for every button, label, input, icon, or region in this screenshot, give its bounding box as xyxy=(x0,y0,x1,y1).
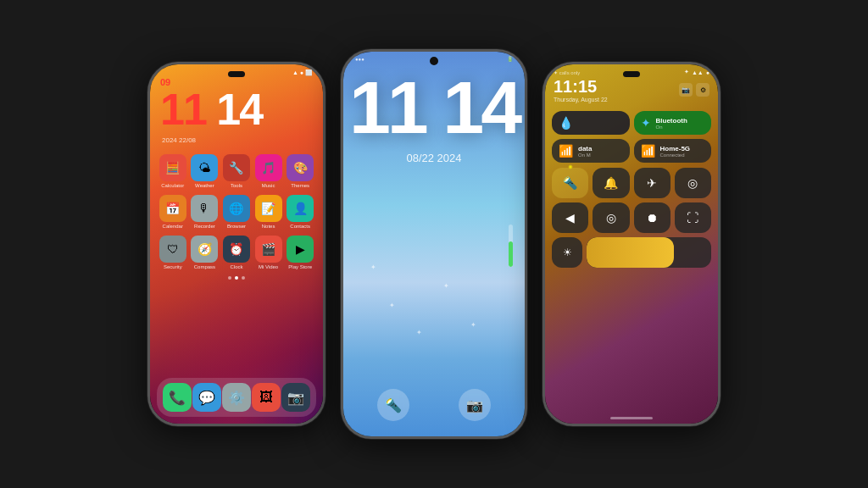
bluetooth-tile[interactable]: ✦ Bluetooth On xyxy=(634,111,712,135)
phone2-time: 11 14 xyxy=(343,70,525,145)
app-icon-weather[interactable]: 🌤 Weather xyxy=(191,154,220,188)
dot-3 xyxy=(242,276,245,280)
control-row-2: ◀ ◎ ⏺ ⛶ xyxy=(545,202,718,233)
record-control[interactable]: ⏺ xyxy=(634,202,670,233)
settings-mini-icon: ⚙ xyxy=(696,83,709,97)
sparkle-4: ✦ xyxy=(443,282,449,290)
battery-indicator xyxy=(509,225,513,267)
dock-icon-phone[interactable]: 📞 xyxy=(163,383,192,412)
bell-control[interactable]: 🔔 xyxy=(593,168,629,198)
airplane-control[interactable]: ✈ xyxy=(634,168,670,198)
phone1-minute: 14 xyxy=(216,85,262,134)
phone3-date: Thursday, August 22 xyxy=(554,97,608,103)
expand-control[interactable]: ⛶ xyxy=(675,202,711,233)
cellular-tile[interactable]: 📶 data On M xyxy=(552,139,630,163)
app-label: Security xyxy=(164,264,182,269)
focus-control[interactable]: ◎ xyxy=(593,202,629,233)
status-right: ✦ ▲▲ ● xyxy=(684,69,709,75)
dock-icon-settings[interactable]: ⚙️ xyxy=(222,383,251,412)
app-icon-compass[interactable]: 🧭 Compass xyxy=(191,236,220,269)
app-icon-img: 📝 xyxy=(255,195,282,222)
sparkle-1: ✦ xyxy=(370,263,376,271)
app-icon-mi-video[interactable]: 🎬 Mi Video xyxy=(254,236,283,269)
app-icon-browser[interactable]: 🌐 Browser xyxy=(222,195,251,229)
app-icon-img: 📅 xyxy=(159,195,186,222)
cellular-sub: On M xyxy=(578,152,623,158)
carrier-signal: ●●● xyxy=(355,57,364,62)
app-icon-calculator[interactable]: 🧮 Calculator xyxy=(159,154,187,188)
app-icon-img: 🎵 xyxy=(255,154,282,181)
phone2-clock: 11 14 xyxy=(343,62,525,145)
battery-status: 🔋 xyxy=(507,56,513,62)
signal-bars: ▲▲ xyxy=(692,69,704,75)
phone-3: ✦ calls only ✦ ▲▲ ● 11:15 Thursday, Augu… xyxy=(542,62,721,426)
app-icon-calendar[interactable]: 📅 Calendar xyxy=(159,195,187,229)
volume-slider[interactable] xyxy=(587,237,711,268)
app-icon-security[interactable]: 🛡 Security xyxy=(159,236,187,269)
app-icon-img: 👤 xyxy=(287,195,314,222)
app-label: Notes xyxy=(262,224,275,229)
app-icon-img: 🧭 xyxy=(191,236,218,263)
lock-hour: 11 xyxy=(349,65,426,149)
app-label: Clock xyxy=(230,264,242,269)
battery-bar xyxy=(509,225,513,267)
camera-button[interactable]: 📷 xyxy=(459,389,491,421)
phone1-background: ▲ ● ⬜ 09 11 14 2024 22/08 🧮 Calculator 🌤… xyxy=(150,64,323,424)
water-icon: 💧 xyxy=(559,116,573,130)
brightness-circle-control[interactable]: ◎ xyxy=(675,168,711,198)
phone1-hour: 11 xyxy=(160,85,206,134)
carrier-label: ✦ calls only xyxy=(554,69,580,75)
page-dots xyxy=(150,273,323,283)
app-grid: 🧮 Calculator 🌤 Weather 🔧 Tools 🎵 Music 🎨… xyxy=(150,151,323,273)
app-icon-themes[interactable]: 🎨 Themes xyxy=(286,154,314,188)
phone2-date: 08/22 2024 xyxy=(343,152,525,164)
app-icon-img: 🛡 xyxy=(159,236,186,263)
wifi-icon: 📶 xyxy=(641,144,655,158)
wifi-tile[interactable]: 📶 Home-5G Connected xyxy=(634,139,712,163)
app-icon-notes[interactable]: 📝 Notes xyxy=(254,195,283,229)
lock-space: 14 xyxy=(442,65,519,149)
app-label: Weather xyxy=(195,183,214,188)
app-icon-img: 🎨 xyxy=(287,154,314,181)
wifi-sub: Connected xyxy=(660,152,705,158)
app-icon-img: 🧮 xyxy=(159,154,186,181)
dot-1 xyxy=(228,276,231,280)
phone1-time-widget: 09 11 14 xyxy=(150,76,323,136)
status-icons: ▲ ● ⬜ xyxy=(292,69,313,76)
app-icon-contacts[interactable]: 👤 Contacts xyxy=(286,195,314,229)
dock-icon-gallery[interactable]: 🖼 xyxy=(252,383,281,412)
control-tiles-top: 💧 ✦ Bluetooth On 📶 data On M xyxy=(545,106,718,168)
volume-fill xyxy=(587,237,674,268)
lock-screen-bottom: 🔦 📷 xyxy=(343,389,525,421)
app-icon-tools[interactable]: 🔧 Tools xyxy=(222,154,251,188)
bluetooth-icon-status: ✦ xyxy=(684,69,689,75)
app-label: Recorder xyxy=(194,224,215,229)
cellular-icon: 📶 xyxy=(559,144,573,158)
phone2-background: ●●● 🔋 ✦ ✦ ✦ ✦ ✦ 11 14 08/22 2024 🔦 📷 xyxy=(343,52,525,436)
app-label: Tools xyxy=(231,183,242,188)
airdrop-tile[interactable]: 💧 xyxy=(552,111,630,135)
app-label: Contacts xyxy=(290,224,310,229)
app-icon-img: 🎙 xyxy=(191,195,218,222)
carrier-text: ✦ calls only xyxy=(554,69,580,75)
app-icon-clock[interactable]: ⏰ Clock xyxy=(222,236,251,269)
app-icon-music[interactable]: 🎵 Music xyxy=(254,154,283,188)
camera-hole xyxy=(430,57,438,65)
app-label: Calculator xyxy=(161,183,184,188)
phone-2: ●●● 🔋 ✦ ✦ ✦ ✦ ✦ 11 14 08/22 2024 🔦 📷 xyxy=(341,49,527,439)
wifi-label: Home-5G xyxy=(660,145,705,152)
app-icon-play-store[interactable]: ▶ Play Store xyxy=(286,236,314,269)
phone3-time: 11:15 xyxy=(554,77,608,97)
flashlight-button[interactable]: 🔦 xyxy=(377,389,409,421)
wifi-icon-status: ● xyxy=(706,69,709,75)
cellular-label: data xyxy=(578,145,623,152)
brightness-button[interactable]: ☀ xyxy=(552,237,582,268)
dock-icon-camera[interactable]: 📷 xyxy=(281,383,310,412)
app-icon-recorder[interactable]: 🎙 Recorder xyxy=(191,195,220,229)
flashlight-control[interactable]: 🔦 xyxy=(552,168,588,198)
avatar-icon: 📷 xyxy=(679,83,693,97)
sparkle-5: ✦ xyxy=(470,321,476,329)
home-indicator xyxy=(610,417,653,419)
dock-icon-messages[interactable]: 💬 xyxy=(192,383,221,412)
map-control[interactable]: ◀ xyxy=(552,202,588,233)
